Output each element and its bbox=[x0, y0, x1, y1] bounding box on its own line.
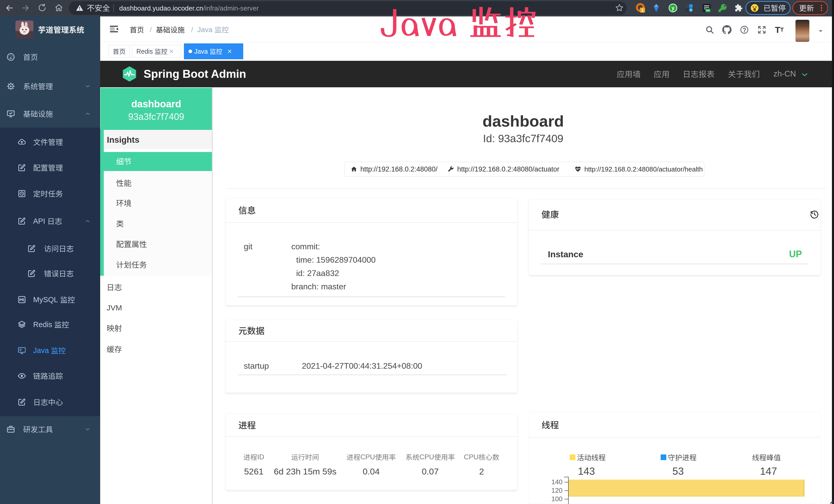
svg-text:y: y bbox=[672, 5, 675, 11]
svg-text:1: 1 bbox=[641, 8, 644, 13]
svg-text:on: on bbox=[706, 9, 709, 12]
